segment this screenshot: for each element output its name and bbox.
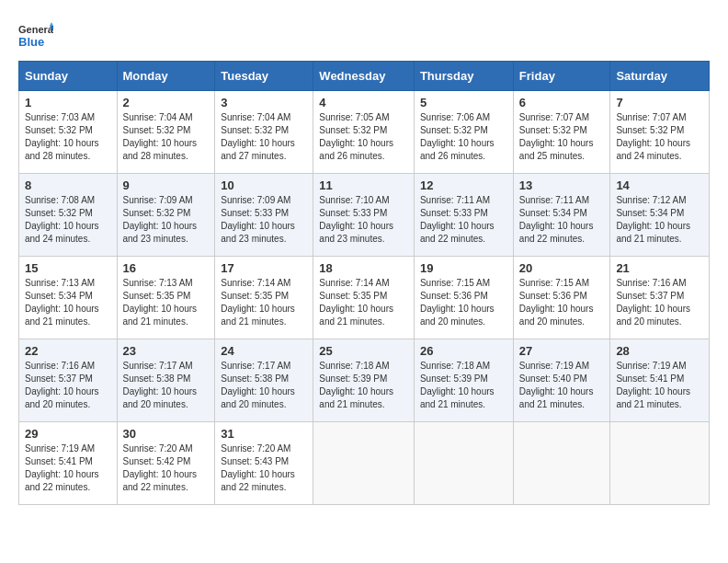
weekday-header-monday: Monday — [117, 62, 215, 91]
day-number: 25 — [319, 344, 408, 358]
day-info: Sunrise: 7:17 AMSunset: 5:38 PMDaylight:… — [221, 360, 307, 411]
calendar-cell: 10Sunrise: 7:09 AMSunset: 5:33 PMDayligh… — [215, 174, 313, 257]
calendar-cell: 2Sunrise: 7:04 AMSunset: 5:32 PMDaylight… — [117, 91, 215, 174]
day-info: Sunrise: 7:19 AMSunset: 5:40 PMDaylight:… — [519, 360, 605, 411]
calendar-table: SundayMondayTuesdayWednesdayThursdayFrid… — [18, 61, 710, 505]
day-info: Sunrise: 7:19 AMSunset: 5:41 PMDaylight:… — [616, 360, 703, 411]
weekday-header-row: SundayMondayTuesdayWednesdayThursdayFrid… — [19, 62, 710, 91]
day-number: 12 — [420, 178, 507, 192]
calendar-cell: 9Sunrise: 7:09 AMSunset: 5:32 PMDaylight… — [117, 174, 215, 257]
day-info: Sunrise: 7:12 AMSunset: 5:34 PMDaylight:… — [616, 194, 703, 246]
calendar-week-row: 22Sunrise: 7:16 AMSunset: 5:37 PMDayligh… — [19, 339, 710, 422]
calendar-cell: 25Sunrise: 7:18 AMSunset: 5:39 PMDayligh… — [313, 339, 415, 422]
day-number: 5 — [420, 96, 507, 109]
calendar-cell: 29Sunrise: 7:19 AMSunset: 5:41 PMDayligh… — [19, 422, 118, 505]
day-info: Sunrise: 7:16 AMSunset: 5:37 PMDaylight:… — [25, 360, 111, 411]
day-number: 29 — [25, 427, 111, 441]
day-info: Sunrise: 7:06 AMSunset: 5:32 PMDaylight:… — [420, 111, 507, 163]
day-number: 11 — [319, 178, 408, 192]
calendar-cell: 15Sunrise: 7:13 AMSunset: 5:34 PMDayligh… — [19, 257, 118, 339]
day-number: 3 — [221, 96, 307, 109]
day-number: 14 — [616, 178, 703, 192]
logo: General Blue — [18, 18, 57, 53]
calendar-cell: 21Sunrise: 7:16 AMSunset: 5:37 PMDayligh… — [610, 257, 710, 339]
calendar-cell: 28Sunrise: 7:19 AMSunset: 5:41 PMDayligh… — [610, 339, 710, 422]
day-info: Sunrise: 7:09 AMSunset: 5:33 PMDaylight:… — [221, 194, 307, 246]
day-number: 24 — [221, 344, 307, 358]
calendar-cell: 22Sunrise: 7:16 AMSunset: 5:37 PMDayligh… — [19, 339, 118, 422]
calendar-cell: 19Sunrise: 7:15 AMSunset: 5:36 PMDayligh… — [414, 257, 513, 339]
day-number: 18 — [319, 261, 408, 275]
day-info: Sunrise: 7:14 AMSunset: 5:35 PMDaylight:… — [221, 277, 307, 328]
day-number: 13 — [519, 178, 605, 192]
day-number: 8 — [25, 178, 111, 192]
day-info: Sunrise: 7:07 AMSunset: 5:32 PMDaylight:… — [519, 111, 605, 163]
day-info: Sunrise: 7:14 AMSunset: 5:35 PMDaylight:… — [319, 277, 408, 328]
day-number: 6 — [519, 96, 605, 109]
calendar-cell: 3Sunrise: 7:04 AMSunset: 5:32 PMDaylight… — [215, 91, 313, 174]
calendar-cell: 30Sunrise: 7:20 AMSunset: 5:42 PMDayligh… — [117, 422, 215, 505]
day-info: Sunrise: 7:04 AMSunset: 5:32 PMDaylight:… — [221, 111, 307, 163]
day-info: Sunrise: 7:08 AMSunset: 5:32 PMDaylight:… — [25, 194, 111, 246]
svg-text:General: General — [18, 24, 53, 35]
day-number: 22 — [25, 344, 111, 358]
weekday-header-thursday: Thursday — [414, 62, 513, 91]
day-info: Sunrise: 7:03 AMSunset: 5:32 PMDaylight:… — [25, 111, 111, 163]
day-number: 19 — [420, 261, 507, 275]
weekday-header-wednesday: Wednesday — [313, 62, 415, 91]
calendar-week-row: 8Sunrise: 7:08 AMSunset: 5:32 PMDaylight… — [19, 174, 710, 257]
calendar-cell — [610, 422, 710, 505]
weekday-header-saturday: Saturday — [610, 62, 710, 91]
calendar-cell: 4Sunrise: 7:05 AMSunset: 5:32 PMDaylight… — [313, 91, 415, 174]
day-info: Sunrise: 7:05 AMSunset: 5:32 PMDaylight:… — [319, 111, 408, 163]
day-number: 30 — [123, 427, 210, 441]
day-number: 20 — [519, 261, 605, 275]
calendar-cell: 8Sunrise: 7:08 AMSunset: 5:32 PMDaylight… — [19, 174, 118, 257]
day-number: 27 — [519, 344, 605, 358]
day-info: Sunrise: 7:19 AMSunset: 5:41 PMDaylight:… — [25, 442, 111, 494]
calendar-cell: 14Sunrise: 7:12 AMSunset: 5:34 PMDayligh… — [610, 174, 710, 257]
day-number: 9 — [123, 178, 210, 192]
day-info: Sunrise: 7:20 AMSunset: 5:43 PMDaylight:… — [221, 442, 307, 494]
calendar-cell: 17Sunrise: 7:14 AMSunset: 5:35 PMDayligh… — [215, 257, 313, 339]
day-info: Sunrise: 7:15 AMSunset: 5:36 PMDaylight:… — [519, 277, 605, 328]
day-info: Sunrise: 7:13 AMSunset: 5:34 PMDaylight:… — [25, 277, 111, 328]
day-number: 16 — [123, 261, 210, 275]
day-info: Sunrise: 7:16 AMSunset: 5:37 PMDaylight:… — [616, 277, 703, 328]
day-number: 10 — [221, 178, 307, 192]
day-info: Sunrise: 7:10 AMSunset: 5:33 PMDaylight:… — [319, 194, 408, 246]
calendar-cell: 12Sunrise: 7:11 AMSunset: 5:33 PMDayligh… — [414, 174, 513, 257]
day-info: Sunrise: 7:20 AMSunset: 5:42 PMDaylight:… — [123, 442, 210, 494]
day-info: Sunrise: 7:09 AMSunset: 5:32 PMDaylight:… — [123, 194, 210, 246]
day-info: Sunrise: 7:18 AMSunset: 5:39 PMDaylight:… — [319, 360, 408, 411]
day-info: Sunrise: 7:11 AMSunset: 5:33 PMDaylight:… — [420, 194, 507, 246]
calendar-cell: 6Sunrise: 7:07 AMSunset: 5:32 PMDaylight… — [513, 91, 610, 174]
day-number: 4 — [319, 96, 408, 109]
calendar-week-row: 29Sunrise: 7:19 AMSunset: 5:41 PMDayligh… — [19, 422, 710, 505]
day-number: 28 — [616, 344, 703, 358]
calendar-cell — [414, 422, 513, 505]
calendar-cell: 5Sunrise: 7:06 AMSunset: 5:32 PMDaylight… — [414, 91, 513, 174]
weekday-header-tuesday: Tuesday — [215, 62, 313, 91]
day-number: 7 — [616, 96, 703, 109]
calendar-cell: 20Sunrise: 7:15 AMSunset: 5:36 PMDayligh… — [513, 257, 610, 339]
calendar-cell: 1Sunrise: 7:03 AMSunset: 5:32 PMDaylight… — [19, 91, 118, 174]
calendar-cell: 24Sunrise: 7:17 AMSunset: 5:38 PMDayligh… — [215, 339, 313, 422]
day-number: 2 — [123, 96, 210, 109]
calendar-cell: 7Sunrise: 7:07 AMSunset: 5:32 PMDaylight… — [610, 91, 710, 174]
calendar-cell: 16Sunrise: 7:13 AMSunset: 5:35 PMDayligh… — [117, 257, 215, 339]
calendar-week-row: 1Sunrise: 7:03 AMSunset: 5:32 PMDaylight… — [19, 91, 710, 174]
day-info: Sunrise: 7:15 AMSunset: 5:36 PMDaylight:… — [420, 277, 507, 328]
calendar-cell: 31Sunrise: 7:20 AMSunset: 5:43 PMDayligh… — [215, 422, 313, 505]
day-number: 31 — [221, 427, 307, 441]
day-number: 26 — [420, 344, 507, 358]
day-info: Sunrise: 7:17 AMSunset: 5:38 PMDaylight:… — [123, 360, 210, 411]
day-number: 23 — [123, 344, 210, 358]
svg-text:Blue: Blue — [18, 35, 44, 49]
day-number: 1 — [25, 96, 111, 109]
weekday-header-sunday: Sunday — [19, 62, 118, 91]
calendar-cell — [313, 422, 415, 505]
calendar-cell: 27Sunrise: 7:19 AMSunset: 5:40 PMDayligh… — [513, 339, 610, 422]
calendar-cell: 18Sunrise: 7:14 AMSunset: 5:35 PMDayligh… — [313, 257, 415, 339]
day-info: Sunrise: 7:18 AMSunset: 5:39 PMDaylight:… — [420, 360, 507, 411]
